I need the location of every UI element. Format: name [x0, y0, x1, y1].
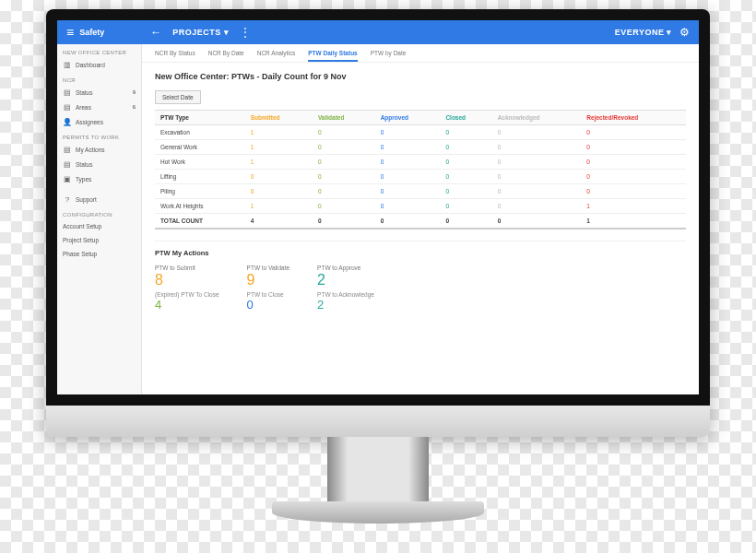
- table-row: Piling000000: [155, 184, 686, 199]
- sidebar-item-assignees[interactable]: 👤Assignees: [57, 114, 141, 129]
- sidebar-section: NEW OFFICE CENTER: [57, 44, 141, 57]
- table-row: Work At Heights100001: [155, 199, 686, 214]
- tab-ptw-daily-status[interactable]: PTW Daily Status: [308, 50, 357, 62]
- tab-bar: NCR By StatusNCR By DateNCR AnalyticsPTW…: [142, 44, 699, 63]
- action-approve: PTW to Approve 2 PTW to Acknowledge 2: [317, 265, 374, 312]
- sidebar-item-phase[interactable]: Phase Setup: [57, 247, 141, 261]
- tab-ncr-by-date[interactable]: NCR By Date: [208, 50, 244, 62]
- col-header: Approved: [375, 111, 441, 125]
- page-title: New Office Center: PTWs - Daily Count fo…: [155, 72, 686, 81]
- col-header: PTW Type: [155, 111, 245, 125]
- sidebar-item-dashboard[interactable]: ▥Dashboard: [57, 57, 141, 72]
- projects-dropdown[interactable]: PROJECTS ▾: [172, 28, 229, 37]
- sidebar-item-status[interactable]: ▤Status9: [57, 85, 141, 100]
- app-title: Safety: [79, 28, 104, 37]
- table-row: General Work100000: [155, 140, 686, 155]
- main: NCR By StatusNCR By DateNCR AnalyticsPTW…: [142, 44, 699, 394]
- user-dropdown[interactable]: EVERYONE ▾: [615, 28, 672, 37]
- help-icon: ?: [63, 195, 72, 203]
- table-row: Hot Work100000: [155, 155, 686, 170]
- tab-ncr-analytics[interactable]: NCR Analytics: [257, 50, 296, 62]
- sidebar-item-myactions[interactable]: ▤My Actions: [57, 142, 141, 157]
- sidebar-item-types[interactable]: ▣Types: [57, 171, 141, 186]
- tab-ncr-by-status[interactable]: NCR By Status: [155, 50, 195, 62]
- action-submit: PTW to Submit 8 (Expired) PTW To Close 4: [155, 265, 219, 312]
- clipboard-icon: ▤: [63, 103, 72, 111]
- sidebar: NEW OFFICE CENTER ▥Dashboard NCR ▤Status…: [57, 44, 142, 394]
- sidebar-section: CONFIGURATION: [57, 206, 141, 219]
- col-header: Validated: [313, 111, 375, 125]
- col-header: Rejected/Revoked: [581, 111, 686, 125]
- more-icon[interactable]: ⋮: [240, 26, 251, 39]
- back-icon[interactable]: ←: [150, 26, 161, 39]
- menu-icon[interactable]: ≡: [66, 25, 74, 40]
- col-header: Submitted: [245, 111, 313, 125]
- app-header: ≡ Safety ← PROJECTS ▾ ⋮ EVERYONE ▾ ⚙: [57, 20, 699, 44]
- folder-icon: ▣: [63, 175, 72, 182]
- table-row: Lifting000000: [155, 170, 686, 184]
- ptw-table: PTW TypeSubmittedValidatedApprovedClosed…: [155, 110, 686, 229]
- action-validate: PTW to Validate 9 PTW to Close 0: [247, 265, 289, 312]
- clipboard-icon: ▤: [63, 146, 72, 153]
- table-row: Excavation100000: [155, 125, 686, 140]
- col-header: Closed: [440, 111, 491, 125]
- sidebar-section: PERMITS TO WORK: [57, 129, 141, 142]
- actions-row: PTW to Submit 8 (Expired) PTW To Close 4…: [155, 265, 686, 312]
- select-date-button[interactable]: Select Date: [155, 90, 201, 104]
- gear-icon[interactable]: ⚙: [679, 26, 690, 39]
- person-icon: 👤: [63, 118, 72, 125]
- sidebar-item-areas[interactable]: ▤Areas6: [57, 100, 141, 114]
- sidebar-item-pstatus[interactable]: ▤Status: [57, 157, 141, 171]
- clipboard-icon: ▤: [63, 88, 72, 96]
- tab-ptw-by-date[interactable]: PTW by Date: [371, 50, 407, 62]
- sidebar-section: NCR: [57, 72, 141, 85]
- clipboard-icon: ▤: [63, 160, 72, 168]
- sidebar-item-account[interactable]: Account Setup: [57, 219, 141, 233]
- actions-title: PTW My Actions: [155, 241, 686, 257]
- total-row: TOTAL COUNT400001: [155, 214, 686, 229]
- sidebar-item-support[interactable]: ?Support: [57, 192, 141, 206]
- dashboard-icon: ▥: [63, 61, 72, 68]
- col-header: Acknowledged: [492, 111, 582, 125]
- sidebar-item-project[interactable]: Project Setup: [57, 233, 141, 247]
